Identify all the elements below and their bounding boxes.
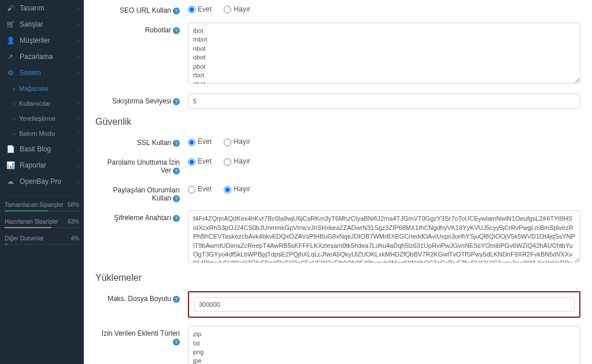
stat-block: Diğer Durumlar4% <box>5 235 79 245</box>
shared-label: Paylaşılan Oturumları Kullan? <box>95 183 188 202</box>
stat-label: Hazırlanan Siparişler <box>5 218 58 225</box>
exts-label: İzin Verilen Eklenti Türleri? <box>95 326 188 346</box>
sidebar-item-basit blog[interactable]: 📄Basit Blog› <box>0 141 84 157</box>
help-icon[interactable]: ? <box>173 98 180 105</box>
stat-block: Tamamlanan Siparişler58% <box>5 202 79 211</box>
menu-label: Basit Blog <box>20 145 51 153</box>
chevron-right-icon: › <box>77 5 79 11</box>
stat-block: Hazırlanan Siparişler63% <box>5 218 79 228</box>
help-icon[interactable]: ? <box>173 339 180 346</box>
seo-url-yes[interactable]: Evet <box>188 5 212 13</box>
help-icon[interactable]: ? <box>173 296 180 303</box>
menu-icon: ☁ <box>6 177 15 185</box>
help-icon[interactable]: ? <box>173 215 180 222</box>
bullet-icon: » <box>13 116 16 122</box>
maxsize-input[interactable] <box>194 297 575 312</box>
submenu-label: Yerelleştirme <box>19 115 56 122</box>
chevron-right-icon: › <box>77 54 79 60</box>
menu-icon: 👤 <box>6 36 15 44</box>
help-icon[interactable]: ? <box>173 27 180 34</box>
forgot-yes[interactable]: Evet <box>188 157 212 165</box>
robots-textarea[interactable]: ibot mbot nbot obot pbot rbot sbot <box>188 23 580 84</box>
sidebar-item-müşteriler[interactable]: 👤Müşteriler› <box>0 32 84 49</box>
shared-yes[interactable]: Evet <box>188 185 212 193</box>
menu-label: Raporlar <box>20 161 46 169</box>
submenu-label: Bakım Modu <box>19 130 55 137</box>
menu-label: Sistem <box>20 69 41 77</box>
menu-label: Tasarım <box>20 4 45 12</box>
menu-icon: 📄 <box>6 145 15 153</box>
chevron-right-icon: › <box>77 162 79 168</box>
sidebar-item-tasarım[interactable]: 🖌Tasarım› <box>0 0 84 16</box>
bullet-icon: » <box>13 101 16 107</box>
compression-input[interactable] <box>188 94 580 109</box>
bullet-icon: » <box>13 131 16 137</box>
forgot-label: Parolamı Unuttuma İzin Ver? <box>95 155 188 174</box>
encryption-label: Şifreleme Anahtarı? <box>95 210 188 222</box>
ssl-yes[interactable]: Evet <box>188 138 212 146</box>
forgot-no[interactable]: Hayır <box>224 157 250 165</box>
sidebar-item-satışlar[interactable]: 🛒Satışlar› <box>0 16 84 32</box>
help-icon[interactable]: ? <box>173 168 180 174</box>
sidebar-subitem-yerelleştirme[interactable]: »Yerelleştirme› <box>0 111 84 126</box>
seo-url-no[interactable]: Hayır <box>224 5 250 13</box>
stat-pct: 4% <box>71 235 79 242</box>
sidebar: 🖌Tasarım›🛒Satışlar›👤Müşteriler›↗Pazarlam… <box>0 0 84 364</box>
submenu-label: Mağazalar <box>19 85 49 92</box>
maxsize-label: Maks. Dosya Boyutu? <box>95 291 188 303</box>
help-icon[interactable]: ? <box>173 8 180 14</box>
chevron-right-icon: › <box>77 115 79 121</box>
menu-icon: 📊 <box>6 161 15 169</box>
menu-icon: ⚙ <box>6 69 15 77</box>
sidebar-subitem-kullanıcılar[interactable]: »Kullanıcılar› <box>0 96 84 111</box>
encryption-textarea[interactable]: f4Fr4ZQrjnAQdKex4hKvr7Bc0la9wjU6jCsRKm3y… <box>188 210 580 263</box>
sidebar-subitem-mağazalar[interactable]: »Mağazalar <box>0 81 84 96</box>
shared-no[interactable]: Hayır <box>224 185 250 193</box>
menu-icon: 🖌 <box>6 4 15 12</box>
menu-icon: ↗ <box>6 53 15 61</box>
chevron-right-icon: › <box>77 100 79 106</box>
stat-pct: 63% <box>68 218 79 225</box>
compression-label: Sıkıştırma Seviyesi? <box>95 94 188 105</box>
menu-icon: 🛒 <box>6 20 15 28</box>
chevron-right-icon: › <box>77 130 79 136</box>
robots-label: Robotlar? <box>95 23 188 34</box>
menu-label: Pazarlama <box>20 53 53 61</box>
sidebar-item-raporlar[interactable]: 📊Raporlar› <box>0 157 84 173</box>
submenu-label: Kullanıcılar <box>19 100 50 107</box>
chevron-right-icon: › <box>77 179 79 184</box>
stat-label: Tamamlanan Siparişler <box>5 202 64 208</box>
menu-label: Satışlar <box>20 20 43 28</box>
sidebar-item-openbay pro[interactable]: ☁OpenBay Pro› <box>0 173 84 190</box>
ssl-no[interactable]: Hayır <box>224 138 250 146</box>
sidebar-item-sistem[interactable]: ⚙Sistem› <box>0 65 84 81</box>
stat-label: Diğer Durumlar <box>5 235 44 242</box>
seo-url-label: SEO URL Kullan? <box>95 3 188 14</box>
security-heading: Güvenlik <box>95 117 580 127</box>
exts-textarea[interactable]: zip txt png jpe jpeg jpg <box>188 326 580 364</box>
chevron-right-icon: › <box>77 21 79 27</box>
menu-label: Müşteriler <box>20 36 50 44</box>
sidebar-item-pazarlama[interactable]: ↗Pazarlama› <box>0 49 84 65</box>
help-icon[interactable]: ? <box>173 140 180 147</box>
help-icon[interactable]: ? <box>173 195 180 202</box>
uploads-heading: Yüklemeler <box>95 273 580 283</box>
main-content: SEO URL Kullan? Evet Hayır Robotlar? ibo… <box>84 0 592 364</box>
stat-pct: 58% <box>68 202 79 208</box>
sidebar-subitem-bakım modu[interactable]: »Bakım Modu› <box>0 126 84 141</box>
chevron-right-icon: › <box>77 146 79 152</box>
ssl-label: SSL Kullan? <box>95 135 188 147</box>
menu-label: OpenBay Pro <box>20 177 61 185</box>
chevron-right-icon: › <box>77 70 79 76</box>
chevron-right-icon: › <box>77 38 79 43</box>
bullet-icon: » <box>13 86 16 92</box>
